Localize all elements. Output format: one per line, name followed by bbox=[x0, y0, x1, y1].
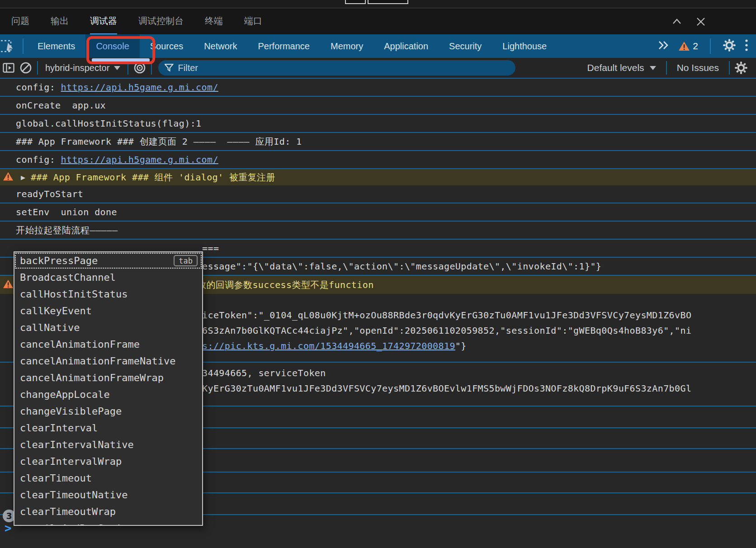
autocomplete-item-backPressPage[interactable]: backPressPagetab bbox=[14, 252, 202, 269]
console-sidebar-toggle-icon[interactable] bbox=[0, 60, 17, 76]
filter-input[interactable] bbox=[178, 63, 510, 73]
floating-toolbar-fragment bbox=[345, 0, 408, 4]
autocomplete-item-callHostInitStatus[interactable]: callHostInitStatus bbox=[14, 286, 202, 302]
log-levels-dropdown[interactable]: Default levels bbox=[580, 62, 663, 73]
console-message: global.callHostInitStatus(flag):1 bbox=[16, 118, 202, 129]
context-label: hybrid-inspector bbox=[45, 63, 109, 73]
console-text: 34494665, serviceToken bbox=[202, 368, 326, 378]
divider bbox=[666, 61, 667, 75]
toolbar-fragment-box bbox=[368, 0, 408, 4]
funnel-icon bbox=[165, 64, 173, 72]
console-text: ### App Framework ### 创建页面 2 ———— ———— 应… bbox=[16, 136, 302, 147]
devtools-tab-sources[interactable]: Sources bbox=[140, 34, 194, 58]
filter-box[interactable] bbox=[158, 60, 515, 76]
issues-status[interactable]: No Issues bbox=[670, 62, 726, 73]
console-message-line: KyErG30zTu0AMF1vu1JFe3Dd3VFSVCy7eysMD1Z6… bbox=[202, 381, 691, 396]
toolbar-fragment-box bbox=[345, 0, 366, 4]
autocomplete-item-changeAppLocale[interactable]: changeAppLocale bbox=[14, 386, 202, 403]
console-settings-gear-icon[interactable] bbox=[732, 60, 750, 76]
expand-arrow-icon[interactable]: ▶ bbox=[21, 174, 25, 181]
panel-tab-终端[interactable]: 终端 bbox=[205, 9, 223, 34]
console-text: config: bbox=[16, 154, 61, 165]
autocomplete-item-clearTimeout[interactable]: clearTimeout bbox=[14, 470, 202, 487]
issues-count-badge[interactable]: 2 bbox=[678, 41, 698, 52]
autocomplete-dropdown: backPressPagetabBroadcastChannelcallHost… bbox=[14, 251, 203, 526]
devtools-tab-memory[interactable]: Memory bbox=[320, 34, 373, 58]
console-text: 开始拉起登陆流程————— bbox=[16, 225, 118, 236]
console-toolbar-right: Default levels No Issues bbox=[580, 60, 756, 76]
panel-tab-调试控制台[interactable]: 调试控制台 bbox=[138, 9, 184, 34]
clear-console-icon[interactable] bbox=[17, 60, 34, 76]
autocomplete-item-cancelAnimationFrameWrap[interactable]: cancelAnimationFrameWrap bbox=[14, 369, 202, 386]
devtools-tab-console[interactable]: Console bbox=[85, 34, 139, 58]
autocomplete-item-clearIntervalWrap[interactable]: clearIntervalWrap bbox=[14, 453, 202, 470]
warning-count: 2 bbox=[693, 41, 698, 52]
panel-tab-端口[interactable]: 端口 bbox=[244, 9, 262, 34]
console-message: 数的回调参数success类型不是function bbox=[197, 279, 374, 291]
autocomplete-item-callKeyEvent[interactable]: callKeyEvent bbox=[14, 302, 202, 319]
console-link[interactable]: https://api.h5game.g.mi.com/ bbox=[61, 82, 218, 93]
panel-actions bbox=[671, 16, 756, 27]
devtools-tab-security[interactable]: Security bbox=[439, 34, 492, 58]
console-link[interactable]: s://pic.kts.g.mi.com/1534494665_17429720… bbox=[202, 340, 455, 351]
console-text: "} bbox=[455, 340, 467, 351]
chevron-down-icon bbox=[114, 66, 120, 70]
divider bbox=[729, 61, 730, 75]
console-link[interactable]: https://api.h5game.g.mi.com/ bbox=[61, 154, 218, 165]
live-expression-eye-icon[interactable] bbox=[131, 60, 148, 76]
console-row-warning: ▶### App Framework ### 组件 'dialog' 被重复注册 bbox=[0, 169, 756, 185]
autocomplete-item-BroadcastChannel[interactable]: BroadcastChannel bbox=[14, 269, 202, 286]
context-selector[interactable]: hybrid-inspector bbox=[41, 63, 125, 73]
vscode-devtools-panel: 问题输出调试器调试控制台终端端口 ElementsConsoleSourcesN… bbox=[0, 0, 756, 548]
console-row-log: config: https://api.h5game.g.mi.com/ bbox=[0, 151, 756, 169]
console-message-line: s://pic.kts.g.mi.com/1534494665_17429720… bbox=[202, 338, 467, 354]
console-message: onCreate app.ux bbox=[16, 100, 106, 111]
console-prompt-chevron[interactable]: > bbox=[5, 521, 12, 535]
panel-tab-调试器[interactable]: 调试器 bbox=[90, 9, 117, 34]
autocomplete-item-clearTimeoutWrap[interactable]: clearTimeoutWrap bbox=[14, 503, 202, 520]
devtools-tab-performance[interactable]: Performance bbox=[248, 34, 321, 58]
console-text: setEnv union done bbox=[16, 207, 117, 217]
console-message-line: iceToken":"_0104_qL08u0KjtM+ozOu88RBde3r… bbox=[202, 307, 691, 323]
devtools-tab-network[interactable]: Network bbox=[194, 34, 247, 58]
autocomplete-item-changeVisiblePage[interactable]: changeVisiblePage bbox=[14, 403, 202, 420]
console-text: 6S3zAn7b0GlKQTACc44ciajPz","openId":2025… bbox=[202, 325, 691, 336]
close-panel-icon[interactable] bbox=[695, 16, 706, 27]
devtools-tabbar: ElementsConsoleSourcesNetworkPerformance… bbox=[0, 34, 756, 58]
inspect-element-icon[interactable] bbox=[1, 38, 19, 54]
console-text: ### App Framework ### 组件 'dialog' 被重复注册 bbox=[31, 172, 275, 183]
autocomplete-item-cancelAnimationFrame[interactable]: cancelAnimationFrame bbox=[14, 336, 202, 353]
console-row-log: 开始拉起登陆流程————— bbox=[0, 222, 756, 240]
autocomplete-item-callNative[interactable]: callNative bbox=[14, 319, 202, 336]
autocomplete-item-clearTimeoutNative[interactable]: clearTimeoutNative bbox=[14, 487, 202, 503]
autocomplete-item-clearIntervalNative[interactable]: clearIntervalNative bbox=[14, 436, 202, 453]
console-text: 数的回调参数success类型不是function bbox=[197, 279, 374, 290]
panel-tab-问题[interactable]: 问题 bbox=[11, 9, 29, 34]
devtools-tab-elements[interactable]: Elements bbox=[27, 34, 85, 58]
devtools-settings-gear-icon[interactable] bbox=[723, 38, 736, 54]
divider bbox=[128, 61, 128, 75]
console-row-log: setEnv union done bbox=[0, 203, 756, 222]
console-message: readyToStart bbox=[16, 189, 83, 199]
devtools-tab-list: ElementsConsoleSourcesNetworkPerformance… bbox=[27, 34, 557, 58]
console-text: config: bbox=[16, 82, 61, 93]
devtools-tab-lighthouse[interactable]: Lighthouse bbox=[492, 34, 557, 58]
warning-triangle-icon bbox=[678, 41, 690, 52]
devtools-tab-application[interactable]: Application bbox=[373, 34, 439, 58]
log-levels-label: Default levels bbox=[587, 62, 644, 73]
warning-triangle-icon bbox=[3, 171, 14, 183]
chevron-down-icon bbox=[650, 66, 656, 70]
more-tabs-icon[interactable] bbox=[657, 40, 670, 52]
panel-tab-输出[interactable]: 输出 bbox=[51, 9, 69, 34]
autocomplete-item-cancelAnimationFrameNative[interactable]: cancelAnimationFrameNative bbox=[14, 353, 202, 369]
devtools-menu-kebab-icon[interactable] bbox=[744, 38, 749, 54]
autocomplete-item-clearInterval[interactable]: clearInterval bbox=[14, 420, 202, 436]
console-message: ### App Framework ### 组件 'dialog' 被重复注册 bbox=[31, 171, 275, 184]
devtools-tabbar-right: 2 bbox=[657, 38, 756, 54]
autocomplete-item-partial[interactable]: compileAndRunScript bbox=[14, 520, 202, 526]
console-text: essage":"{\"data\":false,\"action\":\"me… bbox=[202, 261, 601, 272]
collapse-panel-icon[interactable] bbox=[671, 17, 683, 27]
console-message: 开始拉起登陆流程————— bbox=[16, 224, 118, 236]
console-row-log: readyToStart bbox=[0, 185, 756, 203]
console-message: config: https://api.h5game.g.mi.com/ bbox=[16, 82, 218, 93]
